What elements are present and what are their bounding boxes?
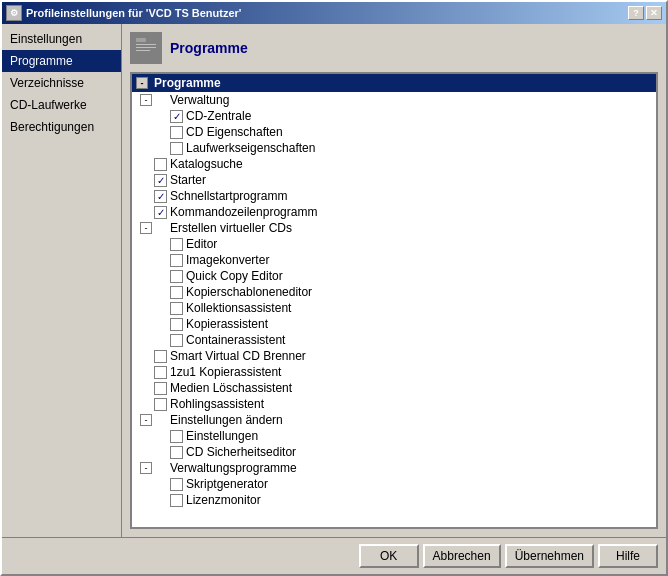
tree-header: - Programme <box>132 74 656 92</box>
expand-button[interactable]: - <box>140 462 152 474</box>
tree-item-label: Medien Löschassistent <box>170 381 292 395</box>
tree-item: ✓Schnellstartprogramm <box>132 188 656 204</box>
tree-checkbox[interactable] <box>170 286 183 299</box>
tree-checkbox[interactable] <box>154 350 167 363</box>
tree-checkbox[interactable]: ✓ <box>154 174 167 187</box>
svg-rect-4 <box>136 50 150 51</box>
tree-item: Editor <box>132 236 656 252</box>
no-expand-spacer <box>140 366 152 378</box>
main-window: ⚙ Profileinstellungen für 'VCD TS Benutz… <box>0 0 668 576</box>
expand-button[interactable]: - <box>140 222 152 234</box>
tree-checkbox[interactable] <box>170 494 183 507</box>
help-btn-bottom[interactable]: Hilfe <box>598 544 658 568</box>
tree-checkbox[interactable] <box>170 302 183 315</box>
tree-item-label: Verwaltungsprogramme <box>170 461 297 475</box>
no-expand-spacer <box>140 174 152 186</box>
tree-item: Katalogsuche <box>132 156 656 172</box>
sidebar-item-einstellungen[interactable]: Einstellungen <box>2 28 121 50</box>
tree-item: Einstellungen <box>132 428 656 444</box>
tree-item-label: Quick Copy Editor <box>186 269 283 283</box>
sidebar-item-verzeichnisse[interactable]: Verzeichnisse <box>2 72 121 94</box>
help-button[interactable]: ? <box>628 6 644 20</box>
tree-checkbox[interactable] <box>154 398 167 411</box>
tree-checkbox[interactable] <box>154 366 167 379</box>
sidebar: EinstellungenProgrammeVerzeichnisseCD-La… <box>2 24 122 537</box>
no-expand-spacer <box>156 270 168 282</box>
no-expand-spacer <box>156 238 168 250</box>
tree-item: 1zu1 Kopierassistent <box>132 364 656 380</box>
tree-item-label: Verwaltung <box>170 93 229 107</box>
tree-checkbox[interactable]: ✓ <box>170 110 183 123</box>
tree-checkbox[interactable] <box>170 478 183 491</box>
tree-item: -Verwaltung <box>132 92 656 108</box>
tree-item: ✓Kommandozeilenprogramm <box>132 204 656 220</box>
tree-item-label: 1zu1 Kopierassistent <box>170 365 281 379</box>
tree-item-label: Kopierschabloneneditor <box>186 285 312 299</box>
tree-item-label: CD Sicherheitseditor <box>186 445 296 459</box>
tree-checkbox[interactable]: ✓ <box>154 190 167 203</box>
tree-item: Kopierassistent <box>132 316 656 332</box>
cancel-button[interactable]: Abbrechen <box>423 544 501 568</box>
apply-button[interactable]: Übernehmen <box>505 544 594 568</box>
no-expand-spacer <box>140 398 152 410</box>
no-expand-spacer <box>156 142 168 154</box>
sidebar-item-berechtigungen[interactable]: Berechtigungen <box>2 116 121 138</box>
tree-checkbox[interactable] <box>154 382 167 395</box>
expand-button[interactable]: - <box>140 414 152 426</box>
tree-checkbox[interactable] <box>170 238 183 251</box>
tree-item-label: CD Eigenschaften <box>186 125 283 139</box>
tree-item-label: Rohlingsassistent <box>170 397 264 411</box>
section-header: Programme <box>130 32 658 64</box>
tree-item: -Erstellen virtueller CDs <box>132 220 656 236</box>
no-expand-spacer <box>156 446 168 458</box>
no-expand-spacer <box>156 318 168 330</box>
tree-item: Laufwerkseigenschaften <box>132 140 656 156</box>
tree-item: Skriptgenerator <box>132 476 656 492</box>
svg-rect-1 <box>136 38 146 42</box>
svg-rect-0 <box>134 40 158 58</box>
tree-item: Lizenzmonitor <box>132 492 656 508</box>
tree-checkbox[interactable] <box>170 270 183 283</box>
tree-item-label: Starter <box>170 173 206 187</box>
tree-checkbox[interactable]: ✓ <box>154 206 167 219</box>
tree-container[interactable]: - Programme -Verwaltung✓CD-ZentraleCD Ei… <box>130 72 658 529</box>
tree-item: Kollektionsassistent <box>132 300 656 316</box>
tree-checkbox[interactable] <box>170 142 183 155</box>
tree-item-label: Kopierassistent <box>186 317 268 331</box>
close-button[interactable]: ✕ <box>646 6 662 20</box>
main-area: Programme - Programme -Verwaltung✓CD-Zen… <box>122 24 666 537</box>
tree-checkbox[interactable] <box>170 126 183 139</box>
bottom-bar: OK Abbrechen Übernehmen Hilfe <box>2 537 666 574</box>
ok-button[interactable]: OK <box>359 544 419 568</box>
no-expand-spacer <box>156 494 168 506</box>
no-expand-spacer <box>140 190 152 202</box>
tree-item-label: Katalogsuche <box>170 157 243 171</box>
svg-rect-3 <box>136 47 156 48</box>
tree-item: ✓Starter <box>132 172 656 188</box>
sidebar-item-programme[interactable]: Programme <box>2 50 121 72</box>
tree-header-label: Programme <box>154 76 221 90</box>
tree-item-label: Schnellstartprogramm <box>170 189 287 203</box>
tree-root-expand[interactable]: - <box>136 77 148 89</box>
tree-checkbox[interactable] <box>170 446 183 459</box>
tree-checkbox[interactable] <box>154 158 167 171</box>
no-expand-spacer <box>140 350 152 362</box>
title-bar: ⚙ Profileinstellungen für 'VCD TS Benutz… <box>2 2 666 24</box>
tree-item: Medien Löschassistent <box>132 380 656 396</box>
no-expand-spacer <box>156 286 168 298</box>
tree-checkbox[interactable] <box>170 254 183 267</box>
no-expand-spacer <box>156 478 168 490</box>
tree-item-label: Editor <box>186 237 217 251</box>
sidebar-item-cd-laufwerke[interactable]: CD-Laufwerke <box>2 94 121 116</box>
section-icon <box>130 32 162 64</box>
tree-item-label: Erstellen virtueller CDs <box>170 221 292 235</box>
tree-item-label: Kommandozeilenprogramm <box>170 205 317 219</box>
tree-item-label: Laufwerkseigenschaften <box>186 141 315 155</box>
tree-checkbox[interactable] <box>170 430 183 443</box>
tree-item-label: Skriptgenerator <box>186 477 268 491</box>
tree-checkbox[interactable] <box>170 334 183 347</box>
tree-item: ✓CD-Zentrale <box>132 108 656 124</box>
title-bar-left: ⚙ Profileinstellungen für 'VCD TS Benutz… <box>6 5 241 21</box>
expand-button[interactable]: - <box>140 94 152 106</box>
tree-checkbox[interactable] <box>170 318 183 331</box>
